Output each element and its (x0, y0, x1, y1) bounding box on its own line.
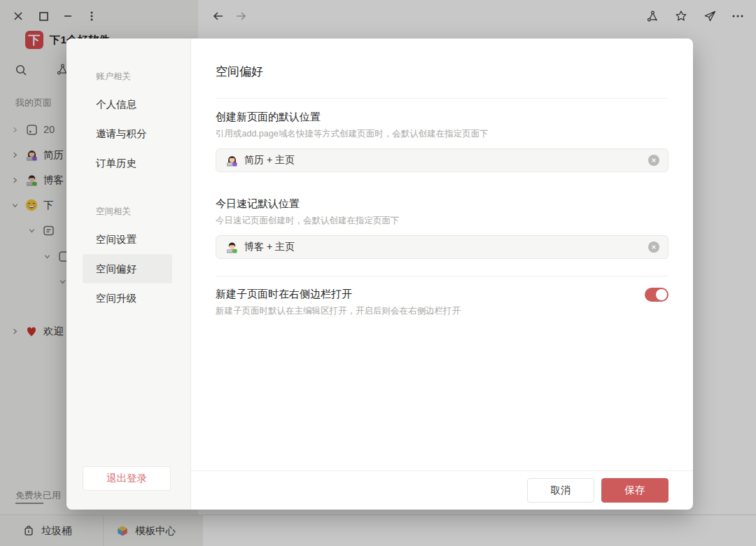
settings-modal: 账户相关 个人信息 邀请与积分 订单历史 空间相关 空间设置 空间偏好 空间升级… (66, 38, 693, 510)
divider (216, 276, 668, 276)
man-technologist-emoji (225, 240, 239, 254)
toggle-knob (656, 289, 667, 300)
section-description: 引用或add.page域名快捷等方式创建页面时，会默认创建在指定页面下 (216, 127, 668, 140)
field-value: 博客 + 主页 (244, 241, 643, 253)
section-description: 今日速记页面创建时，会默认创建在指定页面下 (216, 214, 668, 227)
nav-item-space-upgrade[interactable]: 空间升级 (83, 284, 172, 313)
woman-technologist-emoji (225, 153, 239, 167)
nav-item-space-preferences[interactable]: 空间偏好 (83, 254, 172, 284)
section-label: 新建子页面时在右侧边栏打开 (216, 286, 461, 302)
section-description: 新建子页面时默认在主编辑区打开，开启后则会在右侧边栏打开 (216, 304, 461, 317)
settings-content: 空间偏好 创建新页面的默认位置 引用或add.page域名快捷等方式创建页面时，… (191, 38, 693, 510)
field-value: 简历 + 主页 (244, 154, 643, 167)
settings-nav: 账户相关 个人信息 邀请与积分 订单历史 空间相关 空间设置 空间偏好 空间升级… (66, 38, 191, 510)
clear-field-icon[interactable] (648, 241, 659, 253)
nav-group-label: 账户相关 (96, 71, 190, 83)
nav-item-personal-info[interactable]: 个人信息 (83, 90, 172, 119)
clear-field-icon[interactable] (648, 155, 659, 166)
nav-item-space-settings[interactable]: 空间设置 (83, 225, 172, 254)
divider (216, 98, 668, 99)
page-title: 空间偏好 (216, 64, 668, 80)
quicknote-location-field[interactable]: 博客 + 主页 (216, 235, 668, 259)
save-button[interactable]: 保存 (601, 478, 668, 503)
nav-item-invites-points[interactable]: 邀请与积分 (83, 119, 172, 148)
modal-footer: 取消 保存 (191, 470, 693, 510)
logout-button[interactable]: 退出登录 (83, 466, 171, 491)
cancel-button[interactable]: 取消 (527, 478, 594, 503)
nav-item-order-history[interactable]: 订单历史 (83, 148, 172, 178)
section-label: 创建新页面的默认位置 (216, 109, 668, 125)
nav-group-label: 空间相关 (96, 206, 190, 218)
open-in-right-sidebar-toggle[interactable] (645, 288, 668, 302)
default-page-location-field[interactable]: 简历 + 主页 (216, 148, 668, 172)
section-label: 今日速记默认位置 (216, 196, 668, 211)
